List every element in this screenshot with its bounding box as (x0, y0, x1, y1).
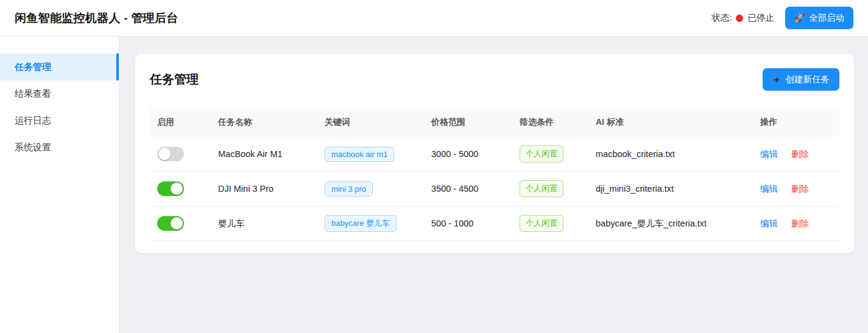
col-header-filter: 筛选条件 (512, 108, 588, 137)
edit-link[interactable]: 编辑 (760, 219, 778, 228)
task-name: MacBook Air M1 (211, 137, 317, 172)
task-name: 婴儿车 (211, 206, 317, 241)
table-row: 婴儿车 babycare 婴儿车 500 - 1000 个人闲置 babycar… (150, 206, 839, 241)
rocket-icon: 🚀 (794, 13, 805, 23)
col-header-actions: 操作 (753, 108, 839, 137)
ai-criteria-file: dji_mini3_criteria.txt (588, 172, 753, 206)
toggle-knob (171, 183, 183, 195)
sidebar-item-label: 系统设置 (15, 142, 51, 153)
col-header-enable: 启用 (150, 108, 211, 137)
col-header-ai: AI 标准 (588, 108, 753, 137)
sidebar-item-task-management[interactable]: 任务管理 (0, 54, 119, 80)
create-task-button[interactable]: ＋ 创建新任务 (763, 68, 840, 91)
status-label: 状态: (711, 12, 732, 24)
app-title: 闲鱼智能监控机器人 - 管理后台 (15, 10, 178, 26)
enable-toggle[interactable] (157, 216, 184, 231)
sidebar-item-system-settings[interactable]: 系统设置 (0, 134, 119, 161)
filter-tag: 个人闲置 (520, 215, 563, 232)
toggle-knob (171, 217, 183, 230)
enable-toggle[interactable] (157, 147, 184, 161)
sidebar-item-label: 运行日志 (15, 115, 51, 127)
delete-link[interactable]: 删除 (791, 184, 809, 194)
ai-criteria-file: babycare_婴儿车_criteria.txt (588, 206, 753, 241)
sidebar-item-results[interactable]: 结果查看 (0, 80, 119, 107)
filter-tag: 个人闲置 (520, 145, 563, 163)
status-indicator: 状态: 已停止 (711, 12, 774, 24)
page-title: 任务管理 (150, 71, 199, 88)
price-range: 3000 - 5000 (424, 137, 512, 172)
col-header-price: 价格范围 (424, 108, 512, 137)
col-header-keyword: 关键词 (317, 108, 424, 137)
delete-link[interactable]: 删除 (791, 149, 809, 159)
sidebar-item-label: 任务管理 (15, 61, 51, 73)
toggle-knob (158, 148, 171, 160)
price-range: 500 - 1000 (424, 206, 512, 241)
start-all-label: 全部启动 (809, 12, 844, 24)
table-row: DJI Mini 3 Pro mini 3 pro 3500 - 4500 个人… (150, 172, 839, 206)
main-content: 任务管理 ＋ 创建新任务 启用 任务名称 关键词 价格范围 (119, 37, 868, 333)
top-header: 闲鱼智能监控机器人 - 管理后台 状态: 已停止 🚀 全部启动 (0, 0, 868, 37)
start-all-button[interactable]: 🚀 全部启动 (785, 7, 853, 29)
sidebar-item-label: 结果查看 (15, 88, 51, 100)
create-task-label: 创建新任务 (786, 74, 830, 85)
plus-icon: ＋ (772, 75, 782, 85)
price-range: 3500 - 4500 (424, 172, 512, 206)
col-header-name: 任务名称 (211, 108, 317, 137)
table-header-row: 启用 任务名称 关键词 价格范围 筛选条件 AI 标准 操作 (150, 108, 839, 137)
keyword-tag: babycare 婴儿车 (325, 215, 397, 232)
delete-link[interactable]: 删除 (791, 219, 809, 228)
task-management-card: 任务管理 ＋ 创建新任务 启用 任务名称 关键词 价格范围 (135, 54, 854, 253)
table-row: MacBook Air M1 macbook air m1 3000 - 500… (150, 137, 839, 172)
task-name: DJI Mini 3 Pro (211, 172, 317, 206)
keyword-tag: mini 3 pro (325, 181, 373, 197)
status-dot-icon (736, 15, 743, 22)
keyword-tag: macbook air m1 (325, 147, 394, 162)
sidebar-item-run-logs[interactable]: 运行日志 (0, 107, 119, 134)
status-value: 已停止 (747, 12, 774, 24)
edit-link[interactable]: 编辑 (760, 149, 778, 159)
ai-criteria-file: macbook_criteria.txt (588, 137, 753, 172)
enable-toggle[interactable] (157, 181, 184, 196)
filter-tag: 个人闲置 (520, 180, 563, 197)
task-table: 启用 任务名称 关键词 价格范围 筛选条件 AI 标准 操作 MacBook A… (150, 108, 839, 241)
sidebar: 任务管理 结果查看 运行日志 系统设置 (0, 37, 119, 333)
edit-link[interactable]: 编辑 (760, 184, 778, 194)
